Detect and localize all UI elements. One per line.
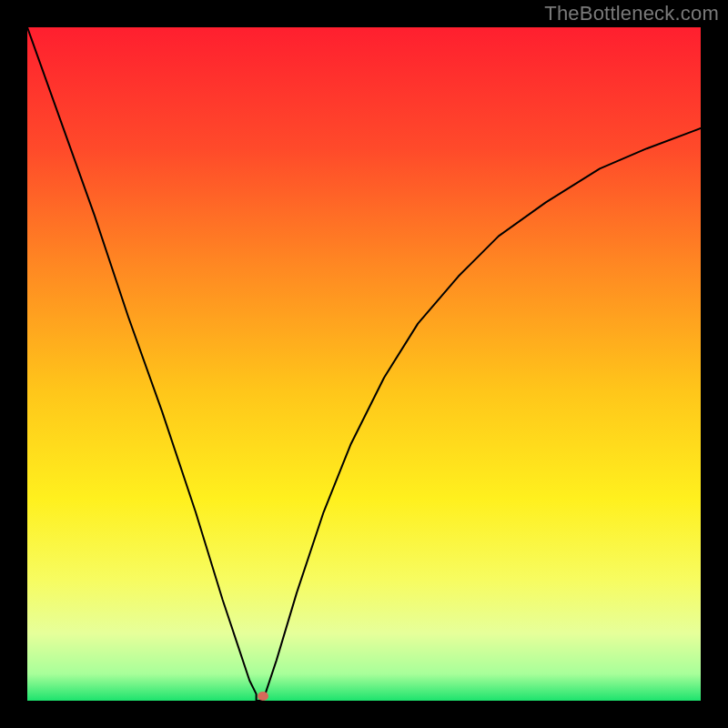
chart-frame: TheBottleneck.com: [0, 0, 728, 728]
plot-area: [27, 27, 701, 701]
watermark-text: TheBottleneck.com: [544, 2, 719, 25]
min-point-marker: [258, 692, 268, 701]
gradient-background: [27, 27, 701, 701]
chart-svg: [27, 27, 701, 701]
